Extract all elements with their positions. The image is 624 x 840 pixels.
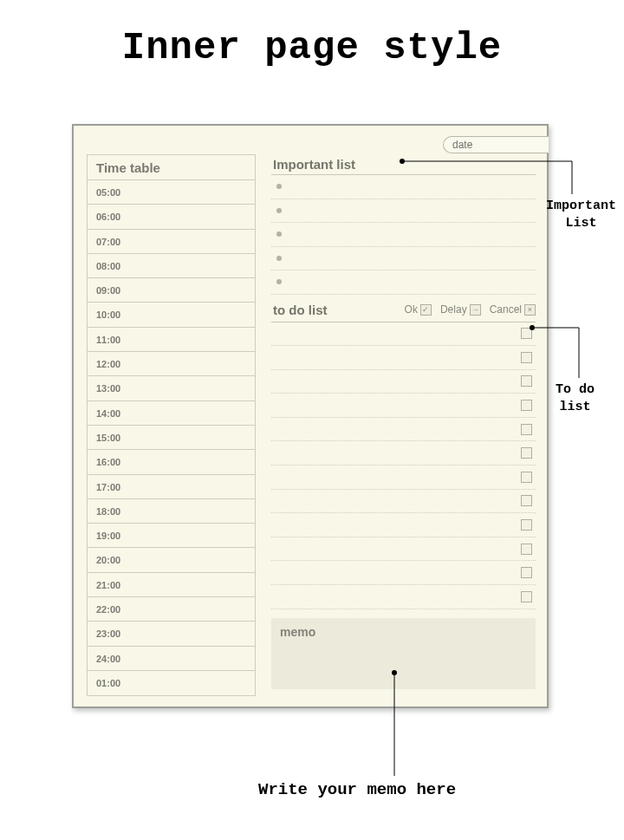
todo-checkbox[interactable] (521, 519, 532, 531)
planner-sheet: date Time table 05:0006:0007:0008:0009:0… (72, 124, 549, 708)
timetable-row[interactable]: 07:00 (88, 230, 255, 254)
bullet-icon (276, 231, 282, 237)
important-list-title: Important list (273, 155, 355, 174)
todo-list-row[interactable] (271, 441, 536, 466)
important-list-header: Important list (271, 154, 536, 175)
todo-list-row[interactable] (271, 585, 536, 609)
todo-checkbox[interactable] (521, 400, 532, 411)
todo-checkbox[interactable] (521, 591, 532, 602)
timetable-row[interactable]: 08:00 (88, 254, 255, 278)
timetable-row[interactable]: 22:00 (88, 597, 255, 622)
date-label: date (452, 139, 472, 151)
todo-checkbox[interactable] (521, 328, 532, 339)
todo-checkbox[interactable] (521, 567, 532, 578)
todo-list-row[interactable] (271, 490, 536, 514)
todo-checkbox[interactable] (521, 472, 532, 483)
timetable-row[interactable]: 23:00 (88, 622, 255, 646)
x-icon: × (524, 304, 536, 316)
legend-cancel: Cancel × (490, 303, 536, 316)
memo-label: memo (280, 625, 315, 639)
todo-checkbox[interactable] (521, 544, 532, 555)
bullet-icon (276, 256, 282, 261)
important-list-row[interactable] (271, 175, 536, 199)
todo-list-row[interactable] (271, 346, 536, 370)
arrow-right-icon: → (470, 304, 481, 316)
date-field[interactable]: date (443, 136, 549, 153)
timetable-row[interactable]: 17:00 (88, 475, 255, 499)
todo-checkbox[interactable] (521, 375, 532, 387)
callout-important-label: Important List (546, 198, 616, 233)
timetable-row[interactable]: 24:00 (88, 647, 255, 671)
todo-checkbox[interactable] (521, 495, 532, 506)
todo-list-row[interactable] (271, 322, 536, 347)
todo-list-row[interactable] (271, 466, 536, 490)
timetable-row[interactable]: 15:00 (88, 426, 255, 450)
todo-checkbox[interactable] (521, 447, 532, 459)
timetable-header: Time table (88, 155, 255, 180)
todo-list-row[interactable] (271, 418, 536, 442)
callout-todo-label: To do list (556, 381, 595, 417)
todo-list-header: to do list Ok ✓ Delay → Cancel × (271, 298, 536, 322)
todo-list-title: to do list (273, 303, 328, 317)
right-column: Important list to do list Ok ✓ Delay → C… (271, 154, 536, 696)
callout-memo-label: Write your memo here (258, 780, 456, 799)
important-list-row[interactable] (271, 199, 536, 224)
memo-section[interactable]: memo (271, 618, 536, 689)
timetable-row[interactable]: 11:00 (88, 328, 255, 352)
important-list-row[interactable] (271, 270, 536, 295)
todo-checkbox[interactable] (521, 352, 532, 363)
timetable-row[interactable]: 14:00 (88, 401, 255, 426)
timetable-row[interactable]: 18:00 (88, 499, 255, 524)
timetable-row[interactable]: 21:00 (88, 573, 255, 597)
todo-list-row[interactable] (271, 537, 536, 562)
todo-list-row[interactable] (271, 561, 536, 585)
timetable-row[interactable]: 09:00 (88, 278, 255, 303)
timetable-row[interactable]: 10:00 (88, 303, 255, 327)
timetable-row[interactable]: 13:00 (88, 376, 255, 400)
todo-list-row[interactable] (271, 394, 536, 418)
timetable-row[interactable]: 06:00 (88, 205, 255, 229)
bullet-icon (276, 208, 282, 213)
timetable-row[interactable]: 19:00 (88, 524, 255, 548)
timetable-row[interactable]: 05:00 (88, 180, 255, 205)
timetable: Time table 05:0006:0007:0008:0009:0010:0… (87, 154, 256, 696)
legend-delay: Delay → (440, 303, 481, 316)
todo-list-row[interactable] (271, 513, 536, 537)
todo-checkbox[interactable] (521, 424, 532, 435)
timetable-row[interactable]: 16:00 (88, 450, 255, 474)
timetable-row[interactable]: 12:00 (88, 352, 255, 376)
bullet-icon (276, 279, 282, 284)
important-list-row[interactable] (271, 247, 536, 271)
legend-ok: Ok ✓ (405, 303, 432, 316)
check-icon: ✓ (420, 304, 432, 316)
timetable-row[interactable]: 20:00 (88, 548, 255, 572)
important-list-row[interactable] (271, 223, 536, 247)
timetable-row[interactable]: 01:00 (88, 671, 255, 695)
page-title: Inner page style (0, 26, 624, 69)
todo-list-row[interactable] (271, 370, 536, 394)
bullet-icon (276, 184, 282, 189)
